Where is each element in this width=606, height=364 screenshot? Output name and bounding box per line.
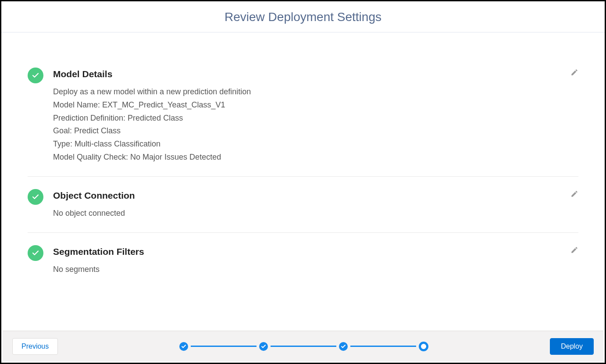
section-body: Segmentation Filters No segments bbox=[53, 245, 578, 276]
model-details-line: Deploy as a new model within a new predi… bbox=[53, 86, 578, 99]
previous-button[interactable]: Previous bbox=[12, 338, 58, 355]
section-heading-object-connection: Object Connection bbox=[53, 189, 578, 202]
check-icon bbox=[28, 245, 43, 261]
section-heading-model-details: Model Details bbox=[53, 68, 578, 80]
section-object-connection: Object Connection No object connected bbox=[28, 189, 578, 233]
step-current-icon[interactable] bbox=[419, 342, 428, 351]
model-details-line: Prediction Definition: Predicted Class bbox=[53, 112, 578, 125]
step-connector bbox=[191, 346, 257, 347]
model-details-line: Goal: Predict Class bbox=[53, 125, 578, 138]
object-connection-line: No object connected bbox=[53, 207, 578, 220]
step-complete-icon[interactable] bbox=[259, 342, 268, 351]
step-complete-icon[interactable] bbox=[339, 342, 348, 351]
check-icon bbox=[28, 68, 43, 83]
step-complete-icon[interactable] bbox=[179, 342, 188, 351]
segmentation-filters-line: No segments bbox=[53, 263, 578, 276]
pencil-icon[interactable] bbox=[570, 68, 578, 78]
check-icon bbox=[28, 189, 43, 205]
progress-stepper bbox=[179, 342, 428, 351]
review-sections: Model Details Deploy as a new model with… bbox=[1, 32, 605, 310]
pencil-icon[interactable] bbox=[570, 246, 578, 256]
section-segmentation-filters: Segmentation Filters No segments bbox=[28, 245, 578, 289]
section-body: Object Connection No object connected bbox=[53, 189, 578, 220]
wizard-footer: Previous Deploy bbox=[3, 331, 603, 361]
pencil-icon[interactable] bbox=[570, 190, 578, 200]
model-details-line: Model Name: EXT_MC_Predict_Yeast_Class_V… bbox=[53, 99, 578, 112]
page-title: Review Deployment Settings bbox=[1, 1, 605, 32]
model-details-line: Model Quality Check: No Major Issues Det… bbox=[53, 151, 578, 164]
section-body: Model Details Deploy as a new model with… bbox=[53, 68, 578, 164]
section-model-details: Model Details Deploy as a new model with… bbox=[28, 68, 578, 177]
deploy-button[interactable]: Deploy bbox=[550, 338, 594, 355]
step-connector bbox=[350, 346, 416, 347]
model-details-line: Type: Multi-class Classification bbox=[53, 138, 578, 151]
section-heading-segmentation-filters: Segmentation Filters bbox=[53, 245, 578, 258]
step-connector bbox=[271, 346, 336, 347]
